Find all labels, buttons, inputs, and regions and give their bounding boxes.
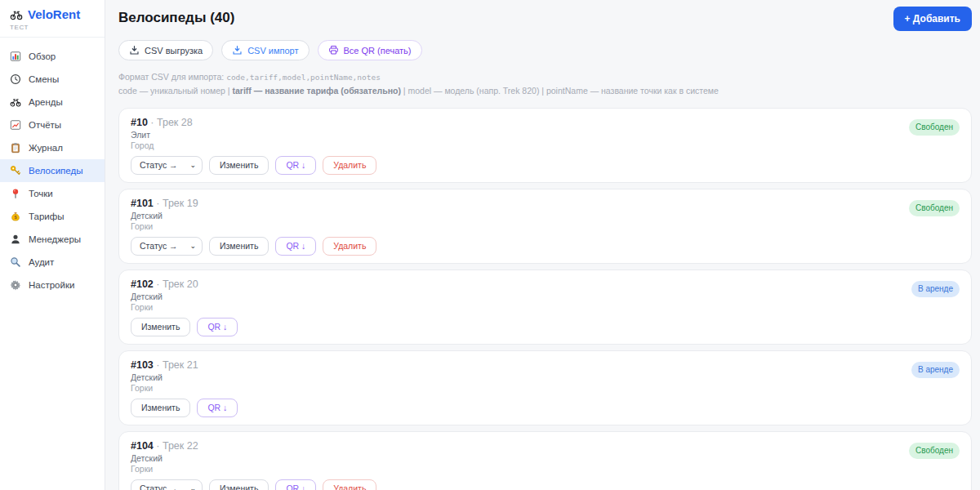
bike-card: #10 · Трек 28 Элит Город Статус → ⌄ Изме… [118, 108, 972, 183]
sidebar-item-label: Аудит [29, 257, 54, 267]
csv-export-button[interactable]: CSV выгрузка [118, 40, 213, 60]
qr-download-button[interactable]: QR ↓ [275, 156, 316, 175]
qr-download-button[interactable]: QR ↓ [197, 318, 238, 336]
separator: · [156, 198, 159, 209]
money-bag-icon: $ [10, 211, 21, 222]
edit-button[interactable]: Изменить [209, 479, 269, 490]
bar-chart-icon [10, 51, 21, 62]
bike-model: Трек 22 [163, 440, 198, 452]
print-all-qr-button[interactable]: Все QR (печать) [318, 40, 422, 60]
csv-import-button[interactable]: CSV импорт [221, 40, 309, 60]
sidebar-item-label: Менеджеры [29, 234, 81, 244]
sidebar-item-shifts[interactable]: Смены [0, 68, 105, 91]
sidebar-item-label: Точки [29, 189, 53, 198]
bike-model: Трек 28 [157, 117, 193, 128]
bike-card: #102 · Трек 20 Детский Горки Изменить QR… [118, 270, 972, 345]
toolbar: CSV выгрузка CSV импорт Все QR (печать) [118, 40, 972, 60]
magnifier-icon [10, 256, 21, 268]
hint-line2-seg2: | model — модель (напр. Trek 820) | poin… [401, 86, 719, 96]
status-select[interactable]: Статус → [131, 237, 203, 256]
status-badge: В аренде [911, 362, 960, 378]
sidebar-item-settings[interactable]: Настройки [0, 274, 105, 296]
bike-tariff: Детский [131, 372, 960, 383]
sidebar-item-label: Настройки [29, 280, 74, 290]
sidebar-item-label: Обзор [29, 51, 56, 61]
sidebar-nav: Обзор Смены Аренды Отчёты Журнал Велосип… [0, 38, 105, 304]
clipboard-icon [10, 142, 21, 154]
delete-button[interactable]: Удалить [323, 156, 376, 175]
csv-export-label: CSV выгрузка [145, 46, 203, 56]
bike-card-actions: Статус → ⌄ Изменить QR ↓ Удалить [131, 237, 960, 256]
bike-card-head: #102 · Трек 20 [131, 278, 960, 291]
bike-tariff: Детский [131, 292, 960, 302]
main-content: Велосипеды (40) + Добавить CSV выгрузка … [105, 0, 980, 490]
edit-button[interactable]: Изменить [209, 156, 269, 175]
hint-line1-code: code,tariff,model,pointName,notes [226, 73, 381, 82]
app-name: VeloRent [28, 7, 80, 21]
chart-up-icon [10, 119, 21, 131]
status-select[interactable]: Статус → [131, 479, 203, 490]
status-select[interactable]: Статус → [131, 156, 203, 175]
sidebar-item-bikes[interactable]: Велосипеды [0, 159, 105, 182]
bike-card-actions: Статус → ⌄ Изменить QR ↓ Удалить [131, 479, 960, 490]
hint-line1-label: Формат CSV для импорта: [118, 72, 226, 82]
bike-tariff: Детский [131, 453, 960, 464]
gear-icon [10, 279, 21, 291]
bike-card-head: #101 · Трек 19 [131, 198, 960, 210]
qr-download-button[interactable]: QR ↓ [275, 479, 316, 490]
download-icon [129, 45, 140, 56]
download-icon [232, 45, 243, 56]
bike-card: #101 · Трек 19 Детский Горки Статус → ⌄ … [118, 189, 972, 264]
bike-icon [10, 8, 23, 21]
csv-format-hint: Формат CSV для импорта: code,tariff,mode… [118, 70, 972, 97]
delete-button[interactable]: Удалить [323, 237, 376, 256]
separator: · [156, 440, 159, 452]
add-bike-button[interactable]: + Добавить [893, 7, 972, 31]
bike-point: Город [131, 140, 960, 151]
bike-card-head: #10 · Трек 28 [131, 117, 960, 129]
sidebar-item-label: Тарифы [29, 212, 64, 221]
sidebar-item-label: Отчёты [29, 120, 61, 130]
sidebar-item-label: Аренды [29, 97, 63, 107]
bike-code: #104 [131, 440, 154, 452]
sidebar-item-managers[interactable]: Менеджеры [0, 228, 105, 251]
sidebar-item-overview[interactable]: Обзор [0, 45, 105, 68]
bike-model: Трек 21 [163, 359, 198, 371]
person-icon [10, 234, 21, 245]
separator: · [150, 117, 154, 128]
pin-icon [10, 188, 21, 199]
sidebar-item-label: Смены [29, 74, 59, 84]
environment-label: ТЕСТ [10, 24, 95, 31]
sidebar-item-points[interactable]: Точки [0, 182, 105, 205]
app-logo[interactable]: VeloRent ТЕСТ [0, 0, 105, 38]
status-badge: Свободен [909, 443, 960, 459]
key-icon [10, 165, 21, 176]
bike-card: #104 · Трек 22 Детский Горки Статус → ⌄ … [118, 431, 972, 490]
bike-point: Горки [131, 464, 960, 474]
csv-import-label: CSV импорт [247, 46, 298, 56]
sidebar-item-reports[interactable]: Отчёты [0, 114, 105, 136]
status-select-wrap: Статус → ⌄ [131, 156, 203, 175]
bike-card-actions: Статус → ⌄ Изменить QR ↓ Удалить [131, 156, 960, 175]
hint-line2-bold: tariff — название тарифа (обязательно) [233, 86, 401, 96]
sidebar-item-journal[interactable]: Журнал [0, 136, 105, 159]
sidebar: VeloRent ТЕСТ Обзор Смены Аренды Отчёты … [0, 0, 105, 490]
edit-button[interactable]: Изменить [209, 237, 269, 256]
edit-button[interactable]: Изменить [131, 318, 190, 336]
qr-download-button[interactable]: QR ↓ [275, 237, 316, 256]
sidebar-item-audit[interactable]: Аудит [0, 251, 105, 274]
status-select-wrap: Статус → ⌄ [131, 479, 203, 490]
bike-card-actions: Изменить QR ↓ [131, 318, 960, 336]
sidebar-item-label: Велосипеды [29, 166, 82, 176]
sidebar-item-rentals[interactable]: Аренды [0, 91, 105, 114]
bike-model: Трек 20 [163, 278, 198, 290]
edit-button[interactable]: Изменить [131, 399, 190, 417]
bike-card-actions: Изменить QR ↓ [131, 399, 960, 417]
sidebar-item-label: Журнал [29, 143, 63, 153]
status-badge: В аренде [911, 281, 960, 297]
delete-button[interactable]: Удалить [323, 479, 376, 490]
bike-code: #101 [131, 198, 154, 209]
hint-line2-seg1: code — уникальный номер | [118, 86, 233, 96]
qr-download-button[interactable]: QR ↓ [197, 399, 238, 417]
sidebar-item-tariffs[interactable]: $ Тарифы [0, 205, 105, 228]
